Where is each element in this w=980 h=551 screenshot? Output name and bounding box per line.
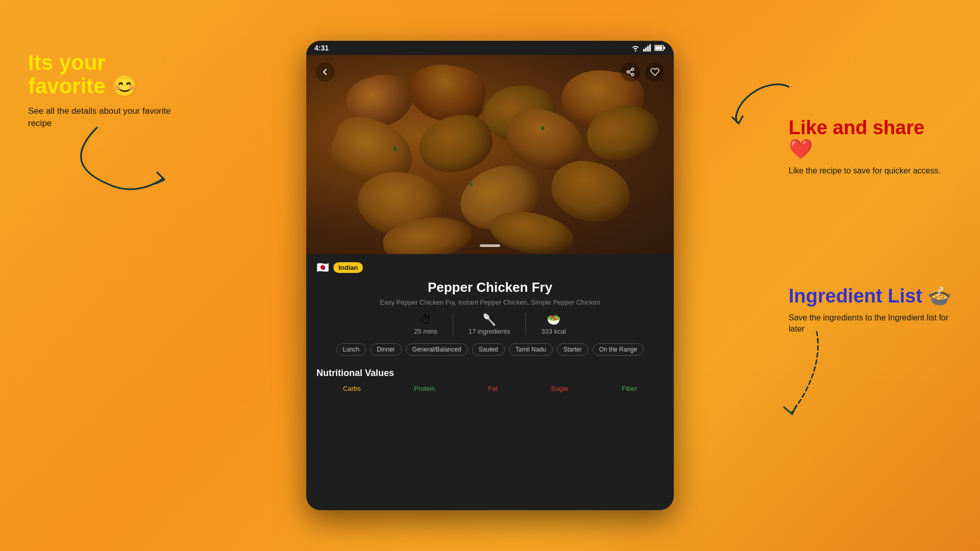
svg-rect-0 xyxy=(643,49,645,52)
recipe-tag[interactable]: Tamil Nadu xyxy=(509,343,553,356)
battery-icon xyxy=(654,45,666,51)
svg-line-11 xyxy=(629,70,631,71)
nutrition-col-fiber: Fiber xyxy=(622,385,637,392)
right-top-subtitle: Like the recipe to save for quicker acce… xyxy=(789,165,952,177)
nutrition-col-sugar: Sugar xyxy=(551,385,569,392)
back-button[interactable] xyxy=(315,62,335,82)
calories-icon: 🥗 xyxy=(547,313,560,327)
recipe-tag[interactable]: Dinner xyxy=(370,343,401,356)
recipe-tag[interactable]: General/Balanced xyxy=(406,343,468,356)
doodle-arrow-right-top xyxy=(727,77,794,128)
share-button[interactable] xyxy=(621,62,640,82)
svg-rect-1 xyxy=(645,47,647,52)
nutritional-section: Nutritional Values CarbsProteinFatSugarF… xyxy=(316,364,664,392)
status-bar: 4:31 xyxy=(306,41,674,55)
signal-icon xyxy=(643,44,651,52)
heart-icon xyxy=(650,67,659,77)
stat-calories: 🥗 333 kcal xyxy=(525,313,581,335)
stat-ingredients: 🥄 17 ingredients xyxy=(453,313,526,335)
share-icon xyxy=(626,67,635,77)
nutrition-col-fat: Fat xyxy=(488,385,498,392)
doodle-arrow-left xyxy=(66,117,179,199)
right-top-panel: Like and share ❤️ Like the recipe to sav… xyxy=(789,117,952,177)
stats-row: ⏱ 25 mins 🥄 17 ingredients 🥗 333 kcal xyxy=(316,313,664,335)
nav-overlay xyxy=(306,55,674,89)
status-icons xyxy=(631,44,666,52)
svg-line-10 xyxy=(629,72,631,74)
recipe-tag[interactable]: Starter xyxy=(557,343,589,356)
ingredients-value: 17 ingredients xyxy=(469,328,510,335)
flag-icon: 🇯🇵 xyxy=(316,261,329,273)
tablet-frame: 4:31 xyxy=(306,41,674,510)
nutritional-title: Nutritional Values xyxy=(316,368,664,379)
left-title: Its your favorite 😊 xyxy=(28,51,186,98)
stat-time: ⏱ 25 mins xyxy=(399,313,453,335)
svg-rect-3 xyxy=(649,44,651,52)
nutrition-headers: CarbsProteinFatSugarFiber xyxy=(316,385,664,392)
time-value: 25 mins xyxy=(414,328,437,335)
tablet-screen: 4:31 xyxy=(306,41,674,510)
recipe-image xyxy=(306,55,674,254)
recipe-tags-row: 🇯🇵 Indian xyxy=(316,261,664,273)
recipe-tags: LunchDinnerGeneral/BalancedSautedTamil N… xyxy=(316,343,664,356)
svg-rect-5 xyxy=(664,47,666,49)
recipe-content: 🇯🇵 Indian Pepper Chicken Fry Easy Pepper… xyxy=(306,254,674,510)
recipe-tag[interactable]: Sauted xyxy=(472,343,505,356)
slide-indicator xyxy=(480,244,500,247)
nutrition-col-protein: Protein xyxy=(414,385,435,392)
svg-rect-2 xyxy=(647,46,649,52)
nutrition-col-carbs: Carbs xyxy=(343,385,361,392)
recipe-title: Pepper Chicken Fry xyxy=(316,280,664,295)
right-top-title: Like and share ❤️ xyxy=(789,117,952,160)
recipe-subtitle: Easy Pepper Chicken Fry, Instant Pepper … xyxy=(316,298,664,306)
time-icon: ⏱ xyxy=(420,313,431,327)
svg-rect-6 xyxy=(655,46,663,50)
cuisine-badge: Indian xyxy=(333,262,363,273)
status-time: 4:31 xyxy=(314,44,329,52)
right-bottom-title: Ingredient List 🍲 xyxy=(789,286,952,307)
nav-icons-right xyxy=(621,62,665,82)
recipe-tag[interactable]: On the Range xyxy=(593,343,644,356)
like-button[interactable] xyxy=(645,62,665,82)
doodle-arrow-right-bottom xyxy=(766,327,837,429)
calories-value: 333 kcal xyxy=(541,328,566,335)
recipe-tag[interactable]: Lunch xyxy=(336,343,366,356)
wifi-icon xyxy=(631,44,640,52)
ingredients-icon: 🥄 xyxy=(482,313,496,327)
